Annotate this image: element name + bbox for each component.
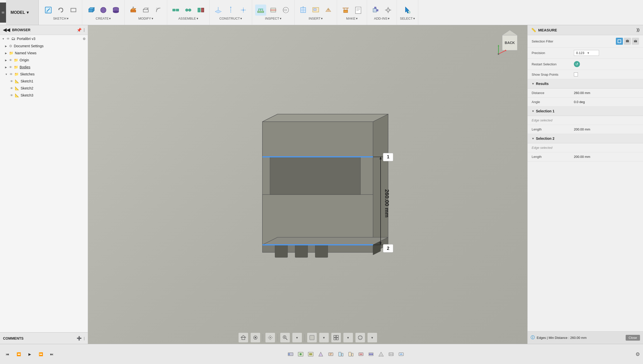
viewport-grid-icon[interactable] [331, 333, 341, 342]
viewport-zoom-arrow[interactable]: ▾ [292, 333, 302, 342]
viewport-env-arrow[interactable]: ▾ [368, 333, 377, 342]
sidebar-item-portalibri[interactable]: ▼ 👁 🗂 Portalibri v3 ⚙ [0, 35, 88, 42]
timeline-item-2[interactable] [296, 350, 305, 359]
insert-decal-icon[interactable] [323, 5, 334, 16]
create-cylinder-icon[interactable] [110, 5, 121, 16]
results-section-header[interactable]: ▼ Results [528, 79, 643, 88]
timeline-item-8[interactable] [356, 350, 365, 359]
model-mode-button[interactable]: MODEL ▾ [6, 0, 39, 25]
addins-label[interactable]: ADD-INS ▾ [374, 17, 390, 20]
make-label[interactable]: MAKE ▾ [346, 17, 358, 20]
filter-edge-btn[interactable] [616, 38, 623, 45]
sidebar-item-doc-settings[interactable]: ▶ ⚙ Document Settings [0, 42, 88, 50]
modify-shell-icon[interactable] [140, 5, 151, 16]
sidebar-back-icon[interactable]: ◀◀ [3, 27, 10, 33]
select-cursor-icon[interactable] [402, 5, 413, 16]
viewport-display-mode-icon[interactable] [307, 333, 317, 342]
construct-label[interactable]: CONSTRUCT ▾ [219, 17, 242, 20]
undo-icon[interactable] [55, 5, 66, 16]
sidebar-item-bodies[interactable]: ▶ 👁 📁 Bodies [0, 64, 88, 71]
sidebar-item-origin[interactable]: ▶ 👁 📁 Origin [0, 57, 88, 64]
inspect-label[interactable]: INSPECT ▾ [265, 17, 281, 20]
playback-to-start-btn[interactable]: ⏮ [3, 350, 12, 359]
inspect-measure-icon[interactable] [255, 5, 266, 16]
rect-icon[interactable] [68, 5, 79, 16]
viewport-pan-icon[interactable] [265, 333, 275, 342]
eye-icon-bodies[interactable]: 👁 [9, 65, 12, 69]
sidebar-item-sketches[interactable]: ▼ 👁 📁 Sketches [0, 71, 88, 78]
filter-body-btn[interactable] [632, 38, 639, 45]
sidebar-item-named-views[interactable]: ▶ 📁 Named Views [0, 50, 88, 57]
panel-expand-icon[interactable]: ⟩⟩ [636, 28, 639, 32]
close-button[interactable]: Close [626, 335, 640, 341]
sketch-label[interactable]: SKETCH ▾ [53, 17, 69, 20]
selection2-section-header[interactable]: ▼ Selection 2 [528, 134, 643, 143]
timeline-item-6[interactable] [336, 350, 345, 359]
eye-icon-sketches[interactable]: 👁 [10, 72, 13, 76]
make-3dprint-icon[interactable] [340, 5, 351, 16]
restart-selection-btn[interactable]: ↺ [574, 61, 580, 67]
snap-checkbox[interactable] [574, 72, 578, 76]
playback-to-end-btn[interactable]: ⏭ [47, 350, 56, 359]
eye-icon-sketch3[interactable]: 👁 [10, 94, 13, 97]
timeline-item-1[interactable] [286, 350, 295, 359]
timeline-item-5[interactable] [326, 350, 335, 359]
addins-plugin-icon[interactable] [370, 5, 381, 16]
playback-play-btn[interactable]: ▶ [25, 350, 34, 359]
bottom-settings-gear[interactable]: ⚙ [635, 351, 640, 357]
construct-plane-icon[interactable] [213, 5, 224, 16]
modify-push-pull-icon[interactable] [128, 5, 139, 16]
modify-label[interactable]: MODIFY ▾ [138, 17, 153, 20]
make-drawing-icon[interactable] [353, 5, 364, 16]
create-sphere-icon[interactable] [98, 5, 109, 16]
viewport-home-icon[interactable] [239, 333, 248, 342]
timeline-item-4[interactable] [316, 350, 325, 359]
addins-gear-icon[interactable] [383, 5, 394, 16]
eye-icon-sketch1[interactable]: 👁 [10, 79, 13, 83]
timeline-item-7[interactable] [346, 350, 355, 359]
eye-icon-origin[interactable]: 👁 [9, 58, 12, 62]
viewport-zoom-icon[interactable] [280, 333, 290, 342]
assemble-label[interactable]: ASSEMBLE ▾ [178, 17, 198, 20]
viewport-look-icon[interactable] [251, 333, 260, 342]
select-label[interactable]: SELECT ▾ [400, 17, 415, 20]
sidebar-item-sketch2[interactable]: 👁 📐 Sketch2 [0, 85, 88, 92]
nav-cube[interactable]: BACK [495, 28, 525, 58]
settings-icon-portalibri[interactable]: ⚙ [83, 37, 86, 41]
insert-canvas-icon[interactable] [310, 5, 321, 16]
precision-select[interactable]: 0.123 ▾ [574, 50, 599, 56]
viewport-grid-arrow[interactable]: ▾ [343, 333, 353, 342]
construct-axis-icon[interactable] [225, 5, 236, 16]
playback-prev-btn[interactable]: ⏪ [14, 350, 23, 359]
timeline-item-12[interactable] [397, 350, 406, 359]
insert-label[interactable]: INSERT ▾ [309, 17, 323, 20]
modify-fillet-icon[interactable] [153, 5, 164, 16]
eye-icon-sketch2[interactable]: 👁 [10, 86, 13, 90]
sidebar-item-sketch1[interactable]: 👁 📐 Sketch1 [0, 78, 88, 85]
create-box-icon[interactable] [85, 5, 96, 16]
sidebar-pin-icon[interactable]: 📌 [77, 28, 82, 32]
timeline-item-9[interactable] [366, 350, 376, 359]
filter-face-btn[interactable] [624, 38, 631, 45]
viewport-env-icon[interactable] [355, 333, 365, 342]
eye-icon-portalibri[interactable]: 👁 [7, 37, 10, 41]
timeline-item-3[interactable] [306, 350, 315, 359]
inspect-zebra-icon[interactable] [280, 5, 291, 16]
timeline-item-11[interactable] [387, 350, 396, 359]
viewport[interactable]: 260.00 mm 1 2 BACK [88, 25, 527, 344]
inspect-section-icon[interactable] [268, 5, 279, 16]
construct-point-icon[interactable] [238, 5, 249, 16]
sketch-pencil-icon[interactable] [43, 5, 54, 16]
sidebar-item-sketch3[interactable]: 👁 📐 Sketch3 [0, 92, 88, 99]
selection1-section-header[interactable]: ▼ Selection 1 [528, 107, 643, 116]
timeline-item-10[interactable] [377, 350, 386, 359]
create-label[interactable]: CREATE ▾ [96, 17, 111, 20]
add-comment-icon[interactable]: ➕ [77, 336, 82, 341]
assemble-motion-icon[interactable] [183, 5, 194, 16]
playback-next-btn[interactable]: ⏩ [36, 350, 45, 359]
gear-icon-doc: ⚙ [9, 44, 12, 48]
insert-mesh-icon[interactable] [298, 5, 309, 16]
assemble-joint-icon[interactable] [170, 5, 181, 16]
assemble-contact-icon[interactable] [195, 5, 206, 16]
viewport-display-arrow[interactable]: ▾ [319, 333, 329, 342]
